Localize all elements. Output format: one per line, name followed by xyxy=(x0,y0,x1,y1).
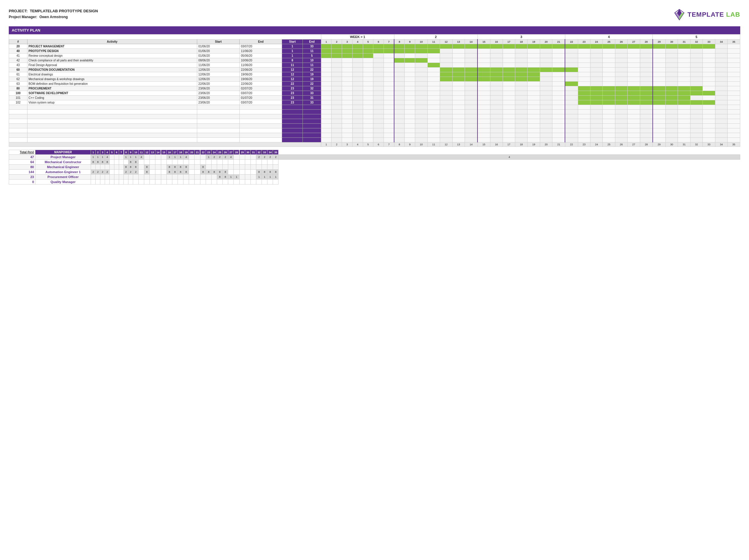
gantt-cell-d26 xyxy=(615,72,627,77)
gantt-cell-d28 xyxy=(640,44,653,49)
gantt-cell-d6 xyxy=(373,96,384,100)
mp-cell xyxy=(189,155,195,160)
gantt-cell-d2 xyxy=(331,63,342,68)
gantt-cell-d3 xyxy=(342,77,352,82)
mp-cell xyxy=(155,180,161,184)
gantt-cell-d25 xyxy=(603,63,615,68)
gantt-cell-d4 xyxy=(352,49,363,53)
gantt-cell-d21 xyxy=(552,86,565,91)
gantt-cell-d13 xyxy=(452,82,465,86)
gantt-cell-d14 xyxy=(465,68,477,72)
gantt-cell-d3 xyxy=(342,72,352,77)
manpower-row: 23 Procurement Officer88111111 xyxy=(9,175,740,180)
gantt-cell-d29 xyxy=(653,91,666,96)
gantt-cell-d12 xyxy=(440,100,452,105)
mp-cell: 1 xyxy=(172,155,178,160)
gantt-cell-d35 xyxy=(728,72,740,77)
gantt-cell-d32 xyxy=(690,82,703,86)
gantt-cell-d8 xyxy=(394,100,405,105)
mp-cell: 8 xyxy=(217,175,223,180)
gantt-cell-d35 xyxy=(728,100,740,105)
gantt-cell-d7 xyxy=(384,44,394,49)
gantt-cell-d13 xyxy=(452,58,465,63)
gantt-cell-d19 xyxy=(528,63,540,68)
gantt-cell-d15 xyxy=(477,86,490,91)
gantt-cell-d4 xyxy=(352,44,363,49)
mp-cell: 1 xyxy=(133,155,139,160)
gantt-cell-d1 xyxy=(321,72,331,77)
activity-name: PRODUCTION DOCUMENTATION xyxy=(27,68,197,72)
mp-cell: 1 xyxy=(124,155,128,160)
gantt-cell-d14 xyxy=(465,44,477,49)
gantt-cell-d23 xyxy=(578,58,590,63)
gantt-cell-d4 xyxy=(352,77,363,82)
activity-id: 41 xyxy=(9,53,27,58)
activity-wend: 32 xyxy=(303,86,321,91)
gantt-cell-d30 xyxy=(665,77,678,82)
gantt-cell-d5 xyxy=(363,82,373,86)
manager-label: Project Manager: xyxy=(9,15,37,19)
gantt-cell-d32 xyxy=(690,49,703,53)
gantt-cell-d26 xyxy=(615,86,627,91)
gantt-cell-d32 xyxy=(690,86,703,91)
logo-lab: LAB xyxy=(724,11,740,18)
gantt-cell-d12 xyxy=(440,96,452,100)
gantt-cell-d29 xyxy=(653,77,666,82)
mp-cell xyxy=(268,180,273,184)
gantt-cell-d3 xyxy=(342,91,352,96)
gantt-cell-d10 xyxy=(415,100,427,105)
mp-cell: 1 xyxy=(100,155,105,160)
mp-cell: 8 xyxy=(212,170,217,175)
gantt-cell-d14 xyxy=(465,91,477,96)
week-header-row: WEEK > 1 2 3 4 5 xyxy=(9,35,740,40)
mp-cell: 1 xyxy=(273,175,279,180)
mp-cell xyxy=(223,180,228,184)
gantt-cell-d33 xyxy=(703,72,715,77)
mp-cell xyxy=(110,155,114,160)
page-header: PROJECT: TEMPLATELAB PROTOTYPE DESIGN Pr… xyxy=(9,9,740,20)
gantt-cell-d32 xyxy=(690,58,703,63)
col-wend: End xyxy=(303,40,321,44)
mp-cell xyxy=(212,175,217,180)
mp-cell xyxy=(139,170,144,175)
activity-wend: 22 xyxy=(303,68,321,72)
activity-wend: 31 xyxy=(303,96,321,100)
gantt-cell-d20 xyxy=(540,72,552,77)
gantt-cell-d28 xyxy=(640,100,653,105)
gantt-cell-d11 xyxy=(427,86,440,91)
gantt-cell-d13 xyxy=(452,77,465,82)
activity-end: 19/06/20 xyxy=(240,77,282,82)
mp-cell: 1 xyxy=(268,175,273,180)
gantt-cell-d23 xyxy=(578,100,590,105)
gantt-cell-d34 xyxy=(715,49,727,53)
mp-cell xyxy=(251,160,256,165)
mp-cell xyxy=(184,180,189,184)
gantt-cell-d9 xyxy=(405,96,415,100)
gantt-cell-d27 xyxy=(627,91,640,96)
gantt-cell-d27 xyxy=(627,44,640,49)
gantt-cell-d24 xyxy=(590,53,602,58)
mp-cell xyxy=(144,160,150,165)
mp-cell xyxy=(155,170,161,175)
gantt-cell-d16 xyxy=(490,96,502,100)
gantt-cell-d33 xyxy=(703,86,715,91)
gantt-cell-d21 xyxy=(552,68,565,72)
gantt-cell-d2 xyxy=(331,96,342,100)
gantt-cell-d1 xyxy=(321,63,331,68)
mp-cell xyxy=(200,155,206,160)
activity-end: 02/07/20 xyxy=(240,86,282,91)
empty-row xyxy=(9,124,740,128)
activity-id: 100 xyxy=(9,91,27,96)
gantt-cell-d28 xyxy=(640,63,653,68)
gantt-cell-d10 xyxy=(415,58,427,63)
mp-cell: 8 xyxy=(144,170,150,175)
gantt-cell-d31 xyxy=(678,91,690,96)
gantt-cell-d33 xyxy=(703,96,715,100)
mp-cell xyxy=(100,180,105,184)
mp-cell xyxy=(245,160,251,165)
gantt-cell-d35 xyxy=(728,53,740,58)
activity-name: PROJECT MANAGEMENT xyxy=(27,44,197,49)
gantt-cell-d30 xyxy=(665,96,678,100)
gantt-cell-d18 xyxy=(515,96,528,100)
mp-cell xyxy=(262,165,268,170)
